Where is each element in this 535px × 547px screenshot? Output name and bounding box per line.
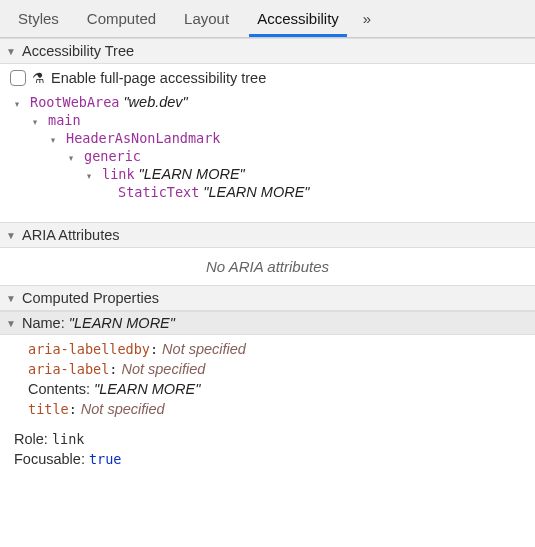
computed-name-details: aria-labelledby: Not specified aria-labe… <box>0 335 535 429</box>
prop-value: true <box>89 451 122 467</box>
chevron-down-icon: ▾ <box>15 99 24 109</box>
devtools-tabbar: Styles Computed Layout Accessibility » <box>0 0 535 38</box>
tree-node-rootwebarea[interactable]: ▾ RootWebArea "web.dev" ▾ main ▾ HeaderA… <box>14 92 525 212</box>
prop-key: aria-labelledby <box>28 341 150 357</box>
prop-value: "LEARN MORE" <box>94 381 200 397</box>
tree-node-generic[interactable]: ▾ generic ▾ link "LEARN MORE" <box>68 146 525 206</box>
prop-value: Not specified <box>162 341 246 357</box>
accessibility-tree-body: ⚗ Enable full-page accessibility tree ▾ … <box>0 64 535 222</box>
disclosure-triangle-icon: ▼ <box>6 318 18 329</box>
prop-key: Contents: <box>28 381 90 397</box>
accessibility-tree: ▾ RootWebArea "web.dev" ▾ main ▾ HeaderA… <box>10 92 525 212</box>
chevron-down-icon: ▾ <box>87 171 96 181</box>
enable-fullpage-label[interactable]: Enable full-page accessibility tree <box>51 70 266 86</box>
chevron-down-icon: ▾ <box>33 117 42 127</box>
tree-role: RootWebArea <box>30 94 119 110</box>
computed-name-value: "LEARN MORE" <box>69 315 175 331</box>
disclosure-triangle-icon: ▼ <box>6 230 18 241</box>
prop-key: Focusable: <box>14 451 85 467</box>
prop-aria-labelledby: aria-labelledby: Not specified <box>28 339 525 359</box>
section-header-computed-properties[interactable]: ▼ Computed Properties <box>0 285 535 311</box>
tree-role: StaticText <box>118 184 199 200</box>
prop-aria-label: aria-label: Not specified <box>28 359 525 379</box>
tree-role: generic <box>84 148 141 164</box>
disclosure-triangle-icon: ▼ <box>6 46 18 57</box>
prop-focusable: Focusable: true <box>14 449 535 469</box>
tab-computed[interactable]: Computed <box>73 0 170 37</box>
section-header-aria-attributes[interactable]: ▼ ARIA Attributes <box>0 222 535 248</box>
tree-node-main[interactable]: ▾ main ▾ HeaderAsNonLandmark ▾ generic <box>32 110 525 210</box>
aria-empty-message: No ARIA attributes <box>0 248 535 285</box>
enable-fullpage-checkbox[interactable] <box>10 70 26 86</box>
colon: : <box>109 361 117 377</box>
tab-styles[interactable]: Styles <box>4 0 73 37</box>
section-header-accessibility-tree[interactable]: ▼ Accessibility Tree <box>0 38 535 64</box>
tree-node-statictext[interactable]: StaticText "LEARN MORE" <box>104 182 525 202</box>
disclosure-triangle-icon: ▼ <box>6 293 18 304</box>
prop-key: Role: <box>14 431 48 447</box>
prop-title: title: Not specified <box>28 399 525 419</box>
tab-overflow-button[interactable]: » <box>353 0 381 37</box>
colon: : <box>150 341 158 357</box>
section-title: Computed Properties <box>22 290 159 306</box>
chevron-down-icon: ▾ <box>51 135 60 145</box>
prop-contents: Contents: "LEARN MORE" <box>28 379 525 399</box>
tree-name: "LEARN MORE" <box>203 184 309 200</box>
computed-name-row[interactable]: ▼ Name: "LEARN MORE" <box>0 311 535 335</box>
tree-node-link[interactable]: ▾ link "LEARN MORE" StaticText "LEARN MO… <box>86 164 525 204</box>
prop-key: aria-label <box>28 361 109 377</box>
enable-fullpage-row: ⚗ Enable full-page accessibility tree <box>10 70 525 92</box>
tab-layout[interactable]: Layout <box>170 0 243 37</box>
chevron-down-icon: ▾ <box>69 153 78 163</box>
section-title: Accessibility Tree <box>22 43 134 59</box>
tree-name: "LEARN MORE" <box>139 166 245 182</box>
prop-role: Role: link <box>14 429 535 449</box>
prop-value: link <box>52 431 85 447</box>
tree-name: "web.dev" <box>123 94 187 110</box>
section-title: ARIA Attributes <box>22 227 120 243</box>
prop-value: Not specified <box>121 361 205 377</box>
flask-icon: ⚗ <box>32 70 45 86</box>
tree-role: link <box>102 166 135 182</box>
prop-key: title <box>28 401 69 417</box>
tree-role: main <box>48 112 81 128</box>
prop-value: Not specified <box>81 401 165 417</box>
colon: : <box>69 401 77 417</box>
tree-role: HeaderAsNonLandmark <box>66 130 220 146</box>
computed-root-properties: Role: link Focusable: true <box>0 429 535 469</box>
computed-name-label: Name: <box>22 315 65 331</box>
tab-accessibility[interactable]: Accessibility <box>243 0 353 37</box>
tree-node-header[interactable]: ▾ HeaderAsNonLandmark ▾ generic ▾ <box>50 128 525 208</box>
